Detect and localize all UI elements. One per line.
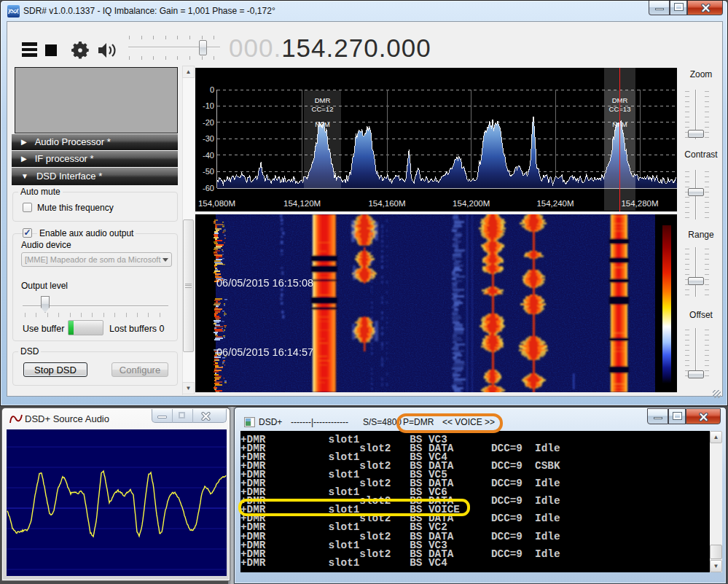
svg-text:-30: -30	[203, 134, 214, 143]
svg-text:154,200M: 154,200M	[453, 199, 490, 208]
svg-text:-60: -60	[203, 184, 214, 192]
svg-text:NFM: NFM	[315, 120, 330, 128]
svg-text:-40: -40	[203, 151, 214, 160]
svg-text:154,120M: 154,120M	[283, 199, 321, 208]
svg-text:06/05/2015 16:14:57: 06/05/2015 16:14:57	[216, 346, 313, 358]
svg-text:DMR: DMR	[315, 96, 331, 104]
svg-text:CC=12: CC=12	[312, 105, 334, 113]
svg-text:06/05/2015 16:15:08: 06/05/2015 16:15:08	[216, 277, 313, 289]
svg-text:154,080M: 154,080M	[198, 199, 235, 208]
svg-text:-50: -50	[203, 167, 214, 176]
svg-text:-20: -20	[203, 118, 214, 127]
svg-text:154,240M: 154,240M	[536, 199, 574, 208]
svg-text:154,280M: 154,280M	[621, 199, 658, 208]
svg-text:154,160M: 154,160M	[368, 199, 405, 208]
svg-text:0: 0	[210, 85, 214, 94]
svg-text:-10: -10	[203, 101, 214, 110]
